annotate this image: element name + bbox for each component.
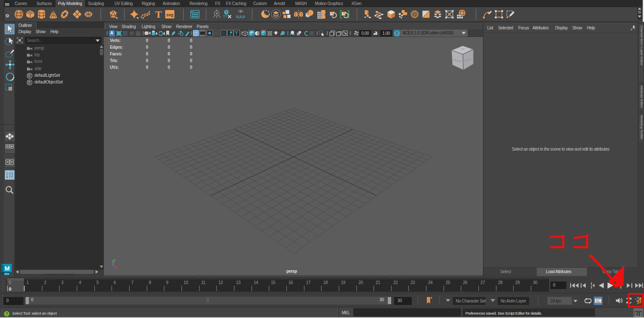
svg-text:?: ?	[5, 312, 8, 316]
svg-text:y: y	[114, 258, 116, 261]
svg-text:{;}: {;}	[634, 312, 642, 317]
svg-text:M: M	[5, 265, 10, 272]
svg-text:0,0,0: 0,0,0	[236, 14, 245, 19]
svg-text:svg: svg	[166, 13, 173, 17]
svg-text:AYA: AYA	[4, 273, 9, 275]
svg-text:T: T	[155, 9, 162, 19]
svg-text:TOP: TOP	[460, 48, 465, 50]
